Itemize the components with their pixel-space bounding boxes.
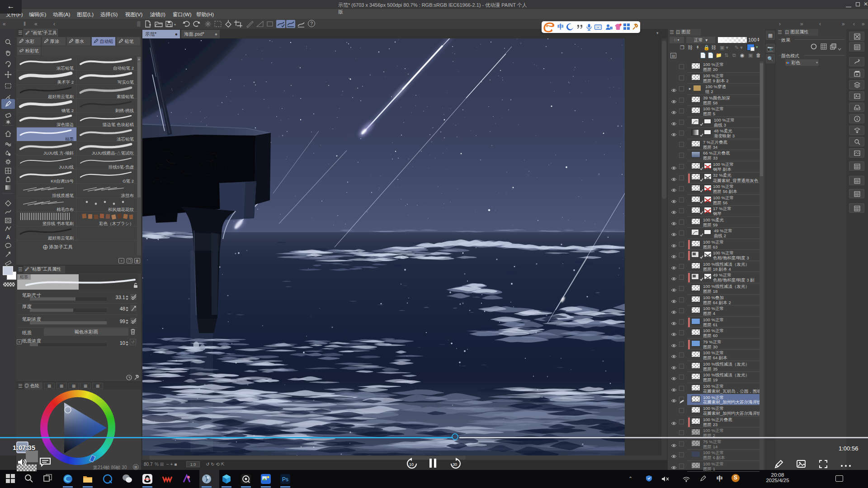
svg-text:10: 10 — [409, 462, 414, 467]
svg-text:Ps: Ps — [282, 476, 288, 483]
svg-text:30: 30 — [453, 462, 457, 467]
